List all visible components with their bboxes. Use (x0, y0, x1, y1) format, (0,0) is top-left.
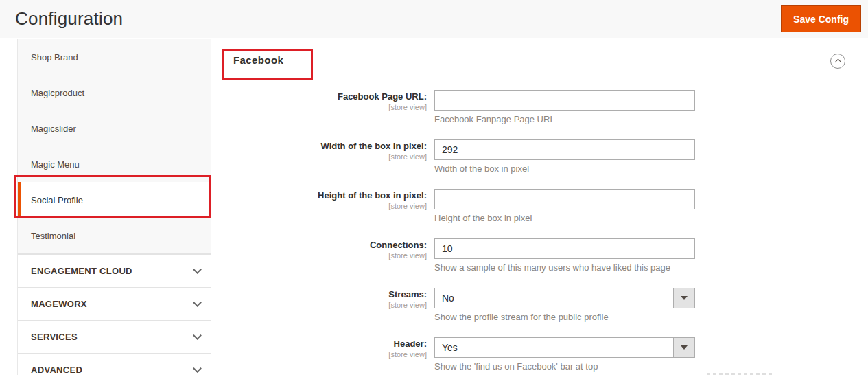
sidebar-section-advanced[interactable]: ADVANCED (18, 353, 211, 375)
save-config-button[interactable]: Save Config (781, 5, 861, 32)
field-scope: [store view] (212, 350, 427, 359)
section-title: Facebook (233, 54, 283, 66)
collapse-section-button[interactable] (830, 54, 845, 69)
sidebar-item-label: Testimonial (31, 231, 75, 241)
caret-down-icon (681, 296, 688, 300)
sidebar-item-label: Social Profile (31, 195, 83, 205)
streams-select[interactable]: No (434, 288, 695, 308)
field-label: Width of the box in pixel: (212, 141, 427, 152)
sidebar-section-label: MAGEWORX (31, 299, 87, 309)
chevron-down-icon (193, 298, 202, 307)
field-label-cell: Height of the box in pixel: [store view] (212, 190, 427, 210)
header-select[interactable]: Yes (434, 337, 695, 358)
field-input-cell (434, 189, 695, 209)
sidebar-item-testimonial[interactable]: Testimonial (18, 218, 211, 253)
field-note: Facebook Fanpage Page URL (434, 114, 555, 124)
sidebar-item-label: Magic Menu (31, 159, 80, 170)
field-scope: [store view] (212, 251, 427, 260)
config-nav-subitems: Shop Brand Magicproduct Magicslider Magi… (18, 39, 211, 254)
sidebar-item-label: Magicproduct (31, 88, 84, 98)
field-label-cell: Connections: [store view] (212, 240, 427, 260)
chevron-up-icon (834, 59, 841, 66)
field-label: Facebook Page URL: (212, 91, 427, 102)
field-label: Header: (212, 339, 427, 350)
field-label-cell: Width of the box in pixel: [store view] (212, 141, 427, 161)
sidebar-section-label: ADVANCED (31, 365, 82, 375)
caret-down-icon (681, 345, 688, 350)
field-scope: [store view] (212, 301, 427, 309)
field-label-cell: Facebook Page URL: [store view] (212, 91, 427, 111)
page-title: Configuration (15, 8, 123, 30)
field-input-cell (434, 238, 695, 259)
height-input[interactable] (434, 189, 695, 209)
connections-input[interactable] (434, 238, 695, 259)
field-note: Show the 'find us on Facebook' bar at to… (434, 361, 598, 372)
field-note: Show a sample of this many users who hav… (434, 262, 670, 273)
field-label: Height of the box in pixel: (212, 190, 427, 201)
field-label: Streams: (212, 289, 427, 300)
field-input-cell: - - -- ----- -- - --- (434, 90, 695, 111)
width-input[interactable] (434, 139, 695, 160)
config-nav-sidebar: Shop Brand Magicproduct Magicslider Magi… (17, 39, 211, 375)
sidebar-item-social-profile[interactable]: Social Profile (18, 182, 211, 218)
field-input-cell (434, 139, 695, 160)
field-note: Width of the box in pixel (434, 163, 529, 174)
sidebar-section-label: SERVICES (31, 332, 78, 342)
field-input-cell: No (434, 288, 695, 308)
field-label-cell: Streams: [store view] (212, 289, 427, 309)
sidebar-item-magicslider[interactable]: Magicslider (18, 111, 211, 146)
facebook-page-url-input[interactable]: - - -- ----- -- - --- (434, 90, 695, 111)
sidebar-item-shop-brand[interactable]: Shop Brand (18, 39, 211, 75)
field-scope: [store view] (212, 202, 427, 210)
field-label: Connections: (212, 240, 427, 251)
select-dropdown-button[interactable] (673, 288, 694, 308)
select-dropdown-button[interactable] (673, 338, 694, 357)
sidebar-item-magicproduct[interactable]: Magicproduct (18, 75, 211, 111)
sidebar-item-label: Shop Brand (31, 52, 78, 62)
chevron-down-icon (193, 364, 202, 373)
page-header: Configuration Save Config (0, 0, 868, 38)
field-scope: [store view] (212, 152, 427, 161)
field-input-cell: Yes (434, 337, 695, 358)
select-value: No (442, 293, 454, 304)
sidebar-item-magic-menu[interactable]: Magic Menu (18, 146, 211, 182)
field-note: Show the profile stream for the public p… (434, 312, 609, 322)
clipped-input-value: - - -- ----- -- - --- (442, 90, 520, 95)
sidebar-section-engagement-cloud[interactable]: ENGAGEMENT CLOUD (18, 254, 211, 287)
sidebar-section-label: ENGAGEMENT CLOUD (31, 266, 132, 276)
field-scope: [store view] (212, 103, 427, 111)
field-label-cell: Header: [store view] (212, 339, 427, 359)
sidebar-section-services[interactable]: SERVICES (18, 320, 211, 353)
sidebar-item-label: Magicslider (31, 124, 76, 134)
config-section-facebook: Facebook Facebook Page URL: [store view]… (212, 39, 868, 375)
chevron-down-icon (193, 265, 202, 274)
chevron-down-icon (193, 331, 202, 340)
field-note: Height of the box in pixel (434, 213, 532, 223)
select-value: Yes (442, 342, 458, 353)
sidebar-section-mageworx[interactable]: MAGEWORX (18, 287, 211, 320)
